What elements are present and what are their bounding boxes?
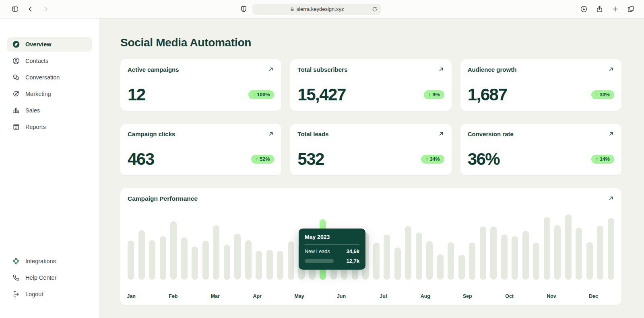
sidebar-item-label: Sales <box>25 107 40 114</box>
stat-label: Conversion rate <box>468 131 514 137</box>
marketing-icon <box>12 90 20 98</box>
chart-bar[interactable] <box>544 217 550 280</box>
sidebar-item-reports[interactable]: Reports <box>7 120 92 134</box>
sidebar-item-contacts[interactable]: Contacts <box>7 54 92 68</box>
chart-bar[interactable] <box>170 221 177 280</box>
conversation-icon <box>12 73 20 81</box>
sidebar-footer-nav: IntegrationsHelp CenterLogout <box>7 254 92 303</box>
change-badge: ↑100% <box>248 90 274 100</box>
chart-bar[interactable] <box>192 247 198 280</box>
sidebar-item-logout[interactable]: Logout <box>7 287 92 301</box>
chart-bar[interactable] <box>533 243 539 280</box>
sidebar-item-sales[interactable]: Sales <box>7 103 92 118</box>
stat-label: Audience growth <box>468 66 517 73</box>
chart-bar[interactable] <box>501 235 508 280</box>
chart-bar[interactable] <box>416 233 422 280</box>
chart-bar[interactable] <box>469 243 475 280</box>
contacts-icon <box>12 57 20 65</box>
chart-bar[interactable] <box>586 242 593 280</box>
chart-bar[interactable] <box>608 218 614 280</box>
sidebar-item-help-center[interactable]: Help Center <box>7 270 92 285</box>
new-tab-icon[interactable] <box>611 5 619 14</box>
refresh-icon[interactable] <box>372 6 378 12</box>
tab-overview-icon[interactable] <box>626 5 635 14</box>
privacy-shield-icon[interactable] <box>239 5 248 14</box>
chart-bar[interactable] <box>277 251 283 280</box>
logout-icon <box>12 290 20 298</box>
stat-expand-icon[interactable] <box>438 131 444 137</box>
chart-bar[interactable] <box>458 255 465 280</box>
sidebar-item-label: Help Center <box>25 274 56 281</box>
stat-value: 463 <box>128 151 154 168</box>
chart-bar[interactable] <box>213 225 219 280</box>
sidebar-item-overview[interactable]: Overview <box>7 37 92 52</box>
chart-bar[interactable] <box>256 251 262 280</box>
chart-bar[interactable] <box>480 227 486 280</box>
stat-expand-icon[interactable] <box>268 66 274 73</box>
url-text: sierra.keydesign.xyz <box>297 6 344 12</box>
tooltip-title: May 2023 <box>305 234 359 245</box>
chart-bar[interactable] <box>522 231 529 280</box>
chart-bar[interactable] <box>202 241 209 280</box>
up-arrow-icon: ↑ <box>425 157 428 162</box>
share-icon[interactable] <box>595 5 604 14</box>
chart-bar[interactable] <box>490 227 497 280</box>
stat-expand-icon[interactable] <box>268 131 274 137</box>
chart-bar[interactable] <box>245 240 252 280</box>
chart-bar[interactable] <box>266 250 273 280</box>
sidebar-toggle-icon[interactable] <box>10 5 19 14</box>
tooltip-value-2: 12,7k <box>346 258 359 264</box>
change-badge: ↑9% <box>424 90 444 100</box>
up-arrow-icon: ↑ <box>253 92 255 98</box>
chart-bar[interactable] <box>224 245 230 280</box>
chart-bar[interactable] <box>448 242 454 280</box>
change-value: 9% <box>433 92 440 98</box>
chart-bar[interactable] <box>554 225 561 280</box>
stat-label: Campaign clicks <box>128 131 175 137</box>
downloads-icon[interactable] <box>579 5 588 14</box>
stat-label: Total leads <box>297 131 328 137</box>
chart-bar[interactable] <box>128 241 134 280</box>
month-label-jun: Jun <box>337 293 346 299</box>
sidebar-item-label: Integrations <box>25 258 56 264</box>
chart-bar[interactable] <box>373 243 380 280</box>
chart-bar[interactable] <box>181 237 188 280</box>
chart-bar[interactable] <box>426 241 433 280</box>
chart-bar[interactable] <box>394 247 401 280</box>
chart-bar[interactable] <box>405 226 411 280</box>
sidebar-item-marketing[interactable]: Marketing <box>7 87 92 101</box>
change-value: 100% <box>257 92 270 98</box>
chart-bar[interactable] <box>384 235 390 280</box>
back-button-icon[interactable] <box>26 5 35 14</box>
overview-icon <box>12 40 20 48</box>
month-label-apr: Apr <box>253 293 262 299</box>
month-label-sep: Sep <box>463 293 472 299</box>
stat-expand-icon[interactable] <box>608 66 614 73</box>
campaign-performance-card: Campaign Performance JanFebMarAprMayJunJ… <box>120 188 621 305</box>
sidebar-item-conversation[interactable]: Conversation <box>7 70 92 85</box>
chart-bar[interactable] <box>234 234 241 280</box>
chart-bar[interactable] <box>437 254 444 280</box>
month-label-aug: Aug <box>421 293 430 299</box>
sidebar-item-label: Marketing <box>25 91 51 97</box>
stat-expand-icon[interactable] <box>608 131 614 137</box>
chart-title: Campaign Performance <box>128 195 198 202</box>
chart-bar[interactable] <box>160 236 166 280</box>
sidebar-item-integrations[interactable]: Integrations <box>7 254 92 268</box>
month-label-feb: Feb <box>169 293 178 299</box>
chart-bar[interactable] <box>512 236 518 280</box>
chart-bar[interactable] <box>138 230 145 280</box>
change-badge: ↑14% <box>591 155 614 164</box>
address-bar[interactable]: sierra.keydesign.xyz <box>252 4 381 15</box>
stat-expand-icon[interactable] <box>438 66 444 73</box>
chart-bar[interactable] <box>149 240 155 280</box>
forward-button-icon[interactable] <box>41 5 50 14</box>
chart-bar[interactable] <box>565 214 572 280</box>
chart-bar[interactable] <box>597 226 603 280</box>
chart-bar[interactable] <box>288 241 294 280</box>
stat-card-total-leads: Total leads532↑34% <box>290 124 451 175</box>
reports-icon <box>12 123 20 131</box>
month-label-jul: Jul <box>380 293 387 299</box>
chart-expand-icon[interactable] <box>608 195 614 202</box>
chart-bar[interactable] <box>576 228 582 280</box>
